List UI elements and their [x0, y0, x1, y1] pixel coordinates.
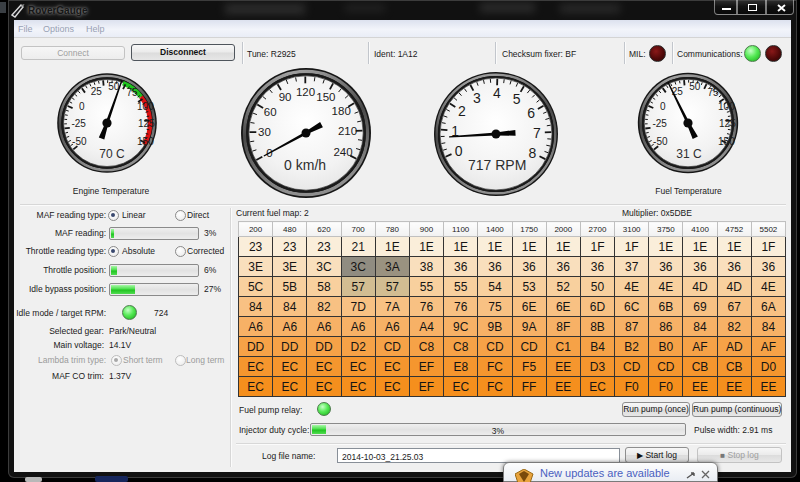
svg-text:0: 0	[79, 101, 85, 112]
svg-text:60: 60	[264, 106, 277, 118]
svg-text:8: 8	[529, 145, 537, 161]
svg-text:150: 150	[718, 136, 735, 147]
svg-text:6: 6	[527, 105, 535, 121]
svg-text:0 km/h: 0 km/h	[284, 157, 326, 173]
svg-text:120: 120	[296, 85, 315, 97]
svg-text:0: 0	[660, 101, 666, 112]
svg-text:100: 100	[718, 101, 735, 112]
svg-text:-25: -25	[71, 118, 86, 129]
svg-text:90: 90	[279, 91, 292, 103]
svg-text:75: 75	[708, 87, 720, 98]
svg-text:210: 210	[338, 125, 357, 137]
svg-text:-50: -50	[72, 136, 87, 147]
svg-text:30: 30	[258, 126, 271, 138]
svg-text:70 C: 70 C	[99, 147, 125, 161]
svg-text:0: 0	[455, 143, 463, 159]
svg-text:2: 2	[458, 103, 466, 119]
svg-text:240: 240	[334, 145, 353, 157]
svg-text:50: 50	[689, 81, 701, 92]
svg-text:717 RPM: 717 RPM	[468, 157, 526, 173]
svg-text:31 C: 31 C	[676, 147, 702, 161]
svg-text:-25: -25	[652, 118, 667, 129]
svg-text:5: 5	[513, 91, 521, 107]
svg-text:4: 4	[493, 85, 501, 101]
svg-text:150: 150	[317, 90, 336, 102]
svg-text:25: 25	[90, 86, 102, 97]
svg-text:100: 100	[137, 101, 154, 112]
svg-text:150: 150	[137, 136, 154, 147]
svg-text:3: 3	[473, 90, 481, 106]
svg-text:7: 7	[533, 125, 541, 141]
svg-text:-50: -50	[653, 136, 668, 147]
svg-text:75: 75	[126, 87, 138, 98]
svg-text:125: 125	[138, 118, 155, 129]
svg-text:180: 180	[332, 105, 351, 117]
svg-text:125: 125	[719, 118, 736, 129]
